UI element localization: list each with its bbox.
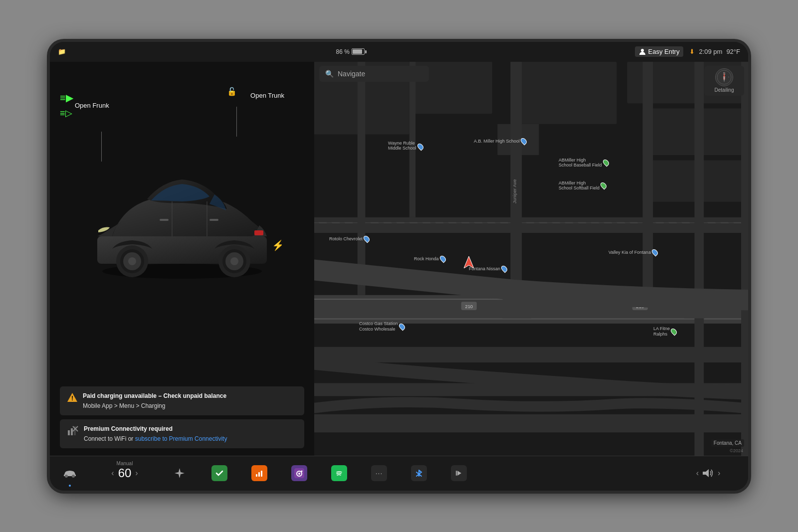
svg-text:⚡: ⚡ xyxy=(272,239,282,251)
search-input-text[interactable]: Navigate xyxy=(338,70,365,78)
trunk-icon: 🔓 xyxy=(227,87,237,96)
map-pin-wayne-ruble: Wayne RubleMiddle School xyxy=(388,141,423,152)
svg-marker-76 xyxy=(703,469,709,477)
svg-point-69 xyxy=(298,473,300,475)
chevron-left-volume[interactable]: ‹ xyxy=(696,469,699,478)
spotify-app-icon xyxy=(331,465,347,481)
map-pin-la-fitness: LA FitneRalphs xyxy=(653,326,676,338)
car-area: Open Frunk Open Trunk 🔓 xyxy=(50,62,314,381)
media-icon xyxy=(451,465,467,481)
speed-decrease-btn[interactable]: ‹ xyxy=(111,469,114,478)
temperature-display: 92°F xyxy=(726,48,740,55)
bluetooth-icon xyxy=(411,465,427,481)
connectivity-title: Premium Connectivity required xyxy=(84,424,227,433)
battery-icon xyxy=(352,48,365,55)
open-frunk-label[interactable]: Open Frunk xyxy=(75,102,109,110)
svg-rect-43 xyxy=(314,347,748,362)
checklist-app-icon xyxy=(211,465,227,481)
warning-message-text: Paid charging unavailable – Check unpaid… xyxy=(83,391,226,410)
search-bar[interactable]: 🔍 Navigate xyxy=(319,66,429,82)
svg-rect-20 xyxy=(71,428,73,435)
time-display: 2:09 pm xyxy=(699,48,722,55)
map-pin-rotolo: Rotolo Chevrolet xyxy=(329,235,369,242)
fontana-label: Fontana, CA xyxy=(711,439,744,447)
svg-point-60 xyxy=(72,475,75,478)
map-controls[interactable]: S · Detailing xyxy=(704,66,744,96)
left-panel: ≡▶ ≡▷ Open Frunk Open Trunk 🔓 xyxy=(50,62,314,456)
taskbar-app-spotify[interactable] xyxy=(319,456,359,491)
svg-point-59 xyxy=(65,475,68,478)
svg-rect-13 xyxy=(160,219,169,221)
map-pin-costco: Costco Gas StationCostco Wholesale xyxy=(359,321,404,333)
svg-point-6 xyxy=(128,257,136,265)
person-icon xyxy=(639,48,646,55)
download-arrow-icon: ⬇ xyxy=(689,48,695,55)
easy-entry-label: Easy Entry xyxy=(648,48,680,55)
warning-body: Mobile App > Menu > Charging xyxy=(83,402,165,409)
open-trunk-text: Open Trunk xyxy=(250,92,284,99)
svg-point-10 xyxy=(230,257,238,265)
svg-rect-40 xyxy=(314,222,748,223)
camera-app-icon xyxy=(291,465,307,481)
car-svg: ⚡ xyxy=(82,157,282,286)
top-bar-left: 📁 xyxy=(58,48,66,55)
chevron-right-volume[interactable]: › xyxy=(718,469,720,478)
search-icon: 🔍 xyxy=(325,70,334,78)
taskbar-app-camera[interactable] xyxy=(279,456,319,491)
taskbar-bluetooth[interactable] xyxy=(399,456,439,491)
svg-text:!: ! xyxy=(71,395,73,402)
open-frunk-text: Open Frunk xyxy=(75,102,109,109)
open-trunk-label[interactable]: Open Trunk xyxy=(250,92,284,100)
messages-area: ! Paid charging unavailable – Check unpa… xyxy=(50,381,314,456)
car-active-dot xyxy=(69,485,71,487)
volume-icon xyxy=(702,468,715,479)
compass[interactable]: S · xyxy=(715,68,733,86)
taskbar-app-dots[interactable]: ··· xyxy=(359,456,399,491)
svg-rect-41 xyxy=(510,62,522,295)
svg-rect-51 xyxy=(503,290,531,318)
battery-indicator: 86 % xyxy=(336,48,365,55)
map-container: 210 210 Juniper Ave xyxy=(314,62,748,456)
svg-text:Juniper Ave: Juniper Ave xyxy=(512,179,517,203)
speed-manual-label: Manual xyxy=(117,461,133,466)
svg-rect-15 xyxy=(254,230,263,235)
map-pin-fontana-nissan: Fontana Nissan xyxy=(469,265,507,272)
svg-rect-27 xyxy=(513,62,617,124)
svg-rect-65 xyxy=(258,472,260,477)
frunk-line xyxy=(101,132,102,162)
map-pin-softball: ABMiller HighSchool Softball Field xyxy=(559,180,606,191)
map-pin-baseball: ABMiller HighSchool Baseball Field xyxy=(559,158,608,169)
taskbar-app-checklist[interactable] xyxy=(200,456,239,491)
svg-text:·: · xyxy=(728,75,729,79)
easy-entry-badge[interactable]: Easy Entry xyxy=(635,46,684,57)
svg-rect-66 xyxy=(261,471,262,477)
map-copyright: ©2024 xyxy=(730,448,743,453)
taskbar-volume[interactable]: ‹ › xyxy=(668,456,748,491)
tesla-screen: 📁 86 % Easy Entry ⬇ 2:09 pm 92°F xyxy=(50,42,748,491)
svg-rect-49 xyxy=(358,62,366,295)
speed-value: 60 xyxy=(118,466,132,480)
main-content: ≡▶ ≡▷ Open Frunk Open Trunk 🔓 xyxy=(50,62,748,456)
top-bar: 📁 86 % Easy Entry ⬇ 2:09 pm 92°F xyxy=(50,42,748,62)
svg-rect-19 xyxy=(68,430,70,435)
connectivity-link[interactable]: subscribe to Premium Connectivity xyxy=(135,435,227,442)
svg-point-61 xyxy=(179,472,181,474)
taskbar: Manual ‹ 60 › xyxy=(50,456,748,491)
connectivity-body1: Connect to WiFi or xyxy=(84,435,135,442)
right-panel: 210 210 Juniper Ave xyxy=(314,62,748,456)
speed-increase-btn[interactable]: › xyxy=(135,469,138,478)
svg-point-70 xyxy=(301,471,303,472)
taskbar-app-audio[interactable] xyxy=(239,456,279,491)
taskbar-car[interactable] xyxy=(50,456,90,491)
battery-percent: 86 % xyxy=(336,48,350,55)
copyright-text: ©2024 xyxy=(730,448,743,453)
warning-title: Paid charging unavailable – Check unpaid… xyxy=(83,391,226,400)
map-svg: 210 210 Juniper Ave xyxy=(314,62,748,456)
folder-icon: 📁 xyxy=(58,48,66,55)
taskbar-speed: Manual ‹ 60 › xyxy=(90,456,160,491)
svg-point-0 xyxy=(641,49,644,52)
map-pin-miller-high: A.B. Miller High School xyxy=(474,138,526,145)
taskbar-climate[interactable] xyxy=(160,456,200,491)
taskbar-media[interactable] xyxy=(439,456,479,491)
status-info: ⬇ 2:09 pm 92°F xyxy=(689,48,740,55)
